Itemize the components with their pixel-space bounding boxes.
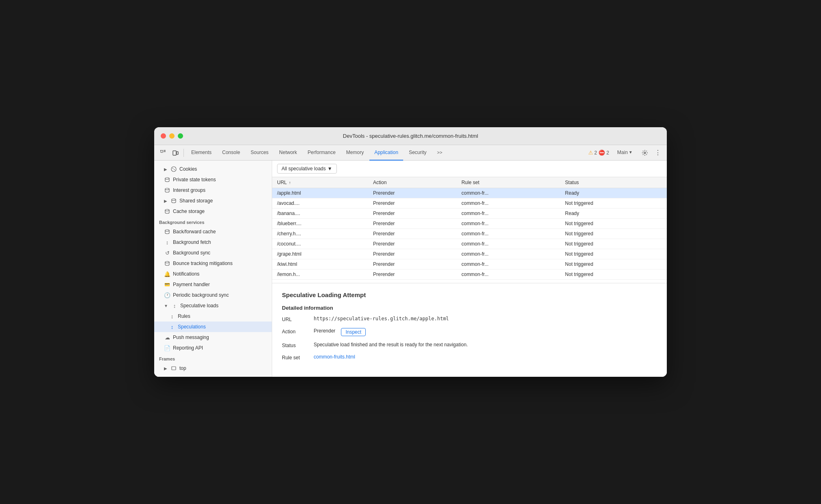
table-row[interactable]: /blueberr....Prerendercommon-fr...Not tr…: [272, 219, 667, 229]
tab-memory[interactable]: Memory: [341, 145, 369, 161]
svg-point-6: [171, 167, 176, 172]
sidebar-item-shared-storage[interactable]: ▶ Shared storage: [154, 196, 272, 206]
tab-console[interactable]: Console: [217, 145, 245, 161]
sidebar-item-payment-handler[interactable]: 💳 Payment handler: [154, 279, 272, 290]
sidebar-item-reporting-api[interactable]: 📄 Reporting API: [154, 343, 272, 353]
speculative-icon: ↕: [171, 302, 178, 309]
col-url[interactable]: URL ↑: [272, 177, 368, 188]
sidebar-item-notifications[interactable]: 🔔 Notifications: [154, 269, 272, 279]
main-dropdown-icon: ▼: [629, 150, 633, 154]
sidebar-label-bounce-tracking: Bounce tracking mitigations: [173, 261, 233, 266]
table-cell-url: /apple.html: [272, 188, 368, 198]
tab-more[interactable]: >>: [432, 145, 447, 161]
table-cell-rule-set: common-fr...: [456, 188, 560, 198]
sidebar-item-top[interactable]: ▶ top: [154, 363, 272, 374]
tab-security[interactable]: Security: [404, 145, 431, 161]
warnings-badge[interactable]: ⚠ 2: [588, 150, 597, 156]
table-row[interactable]: /banana....Prerendercommon-fr...Ready: [272, 209, 667, 219]
window-title: DevTools - speculative-rules.glitch.me/c…: [343, 133, 478, 139]
detail-title: Speculative Loading Attempt: [282, 291, 657, 298]
sidebar-label-rules: Rules: [178, 313, 190, 319]
traffic-lights: [161, 133, 183, 139]
table-row[interactable]: /grape.htmlPrerendercommon-fr...Not trig…: [272, 249, 667, 259]
sidebar-label-shared-storage: Shared storage: [179, 198, 213, 204]
detail-label-status: Status: [282, 342, 310, 348]
svg-rect-15: [172, 367, 176, 370]
tab-elements[interactable]: Elements: [186, 145, 216, 161]
tab-performance[interactable]: Performance: [303, 145, 341, 161]
svg-point-13: [165, 230, 169, 231]
rules-icon: ↕: [169, 313, 175, 319]
sidebar-label-payment-handler: Payment handler: [173, 282, 210, 287]
sidebar-item-background-sync[interactable]: ↺ Background sync: [154, 248, 272, 258]
sidebar-label-notifications: Notifications: [173, 271, 199, 277]
detail-value-rule-set-link[interactable]: common-fruits.html: [314, 354, 355, 360]
sidebar-item-periodic-bg-sync[interactable]: 🕐 Periodic background sync: [154, 290, 272, 300]
table-cell-action: Prerender: [368, 209, 456, 219]
table-row[interactable]: /kiwi.htmlPrerendercommon-fr...Not trigg…: [272, 259, 667, 269]
cookie-icon: [170, 166, 177, 172]
detail-row-status: Status Speculative load finished and the…: [282, 342, 657, 348]
sidebar-item-speculations[interactable]: ↕ Speculations: [154, 322, 272, 332]
database-icon-6: [164, 260, 170, 267]
sidebar-label-private-state-tokens: Private state tokens: [173, 177, 216, 182]
table-header-row: URL ↑ Action Rule set Status: [272, 177, 667, 188]
table-cell-action: Prerender: [368, 269, 456, 280]
table-row[interactable]: /coconut....Prerendercommon-fr...Not tri…: [272, 239, 667, 249]
sidebar-item-cookies[interactable]: ▶ Cookies: [154, 164, 272, 174]
sidebar-item-back-forward-cache[interactable]: Back/forward cache: [154, 226, 272, 237]
maximize-button[interactable]: [178, 133, 183, 139]
payment-icon: 💳: [164, 281, 170, 288]
sidebar-item-rules[interactable]: ↕ Rules: [154, 311, 272, 322]
table-cell-status: Ready: [560, 209, 667, 219]
main-target[interactable]: Main ▼: [612, 145, 638, 161]
errors-badge[interactable]: ⛔ 2: [598, 150, 609, 156]
tab-sources[interactable]: Sources: [246, 145, 273, 161]
detail-label-url: URL: [282, 316, 310, 322]
tab-application[interactable]: Application: [369, 145, 403, 161]
svg-point-8: [174, 169, 175, 170]
col-status[interactable]: Status: [560, 177, 667, 188]
table-cell-status: Not triggered: [560, 239, 667, 249]
sidebar-item-push-messaging[interactable]: ☁ Push messaging: [154, 332, 272, 343]
filter-dropdown[interactable]: All speculative loads ▼: [277, 164, 337, 174]
inspect-element-icon[interactable]: [157, 147, 169, 159]
table-cell-action: Prerender: [368, 259, 456, 269]
chevron-right-icon-3: ▶: [164, 366, 167, 371]
close-button[interactable]: [161, 133, 166, 139]
more-options-icon[interactable]: ⋮: [652, 147, 664, 159]
table-cell-action: Prerender: [368, 249, 456, 259]
inspect-button[interactable]: Inspect: [341, 328, 366, 336]
cloud-icon: ☁: [164, 334, 170, 341]
device-toolbar-icon[interactable]: [170, 147, 181, 159]
table-row[interactable]: /apple.htmlPrerendercommon-fr...Ready: [272, 188, 667, 198]
col-rule-set[interactable]: Rule set: [456, 177, 560, 188]
database-icon-5: [164, 228, 170, 235]
sidebar-item-speculative-loads[interactable]: ▼ ↕ Speculative loads: [154, 300, 272, 311]
svg-point-9: [165, 178, 169, 179]
sidebar-item-bounce-tracking[interactable]: Bounce tracking mitigations: [154, 258, 272, 269]
sidebar-item-interest-groups[interactable]: Interest groups: [154, 185, 272, 196]
devtools-window: DevTools - speculative-rules.glitch.me/c…: [154, 127, 667, 377]
table-cell-url: /cherry.h....: [272, 229, 368, 239]
sidebar-label-interest-groups: Interest groups: [173, 187, 205, 193]
chevron-right-icon-2: ▶: [164, 199, 167, 203]
table-row[interactable]: /cherry.h....Prerendercommon-fr...Not tr…: [272, 229, 667, 239]
col-action[interactable]: Action: [368, 177, 456, 188]
svg-point-11: [172, 199, 176, 200]
devtools-toolbar: Elements Console Sources Network Perform…: [154, 145, 667, 161]
table-cell-url: /lemon.h...: [272, 269, 368, 280]
detail-section-title: Detailed information: [282, 305, 657, 311]
table-row[interactable]: /lemon.h...Prerendercommon-fr...Not trig…: [272, 269, 667, 280]
tab-network[interactable]: Network: [274, 145, 302, 161]
sidebar-item-cache-storage[interactable]: Cache storage: [154, 206, 272, 217]
settings-icon[interactable]: [639, 147, 651, 159]
detail-row-rule-set: Rule set common-fruits.html: [282, 354, 657, 361]
title-bar: DevTools - speculative-rules.glitch.me/c…: [154, 127, 667, 145]
sidebar-item-background-fetch[interactable]: ↕ Background fetch: [154, 237, 272, 248]
table-row[interactable]: /avocad....Prerendercommon-fr...Not trig…: [272, 198, 667, 209]
minimize-button[interactable]: [169, 133, 175, 139]
sidebar-item-private-state-tokens[interactable]: Private state tokens: [154, 174, 272, 185]
doc-icon: 📄: [164, 345, 170, 351]
table-cell-status: Not triggered: [560, 219, 667, 229]
